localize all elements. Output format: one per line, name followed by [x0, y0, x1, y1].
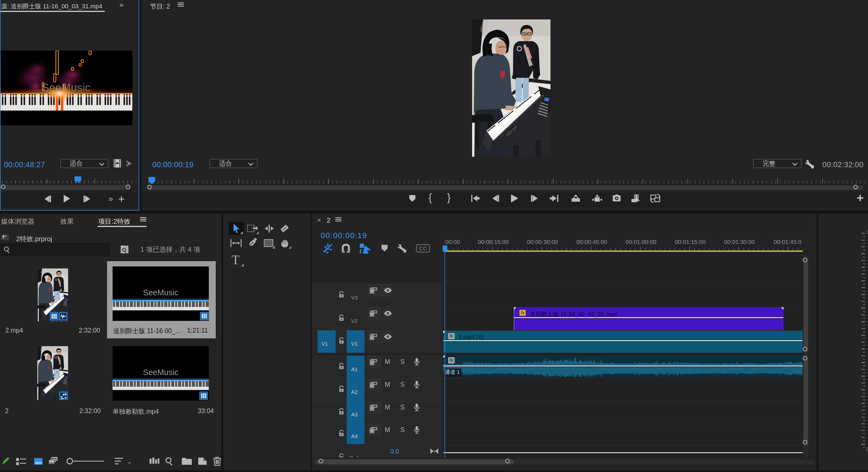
svg-text:SeeMusic: SeeMusic [143, 288, 178, 297]
